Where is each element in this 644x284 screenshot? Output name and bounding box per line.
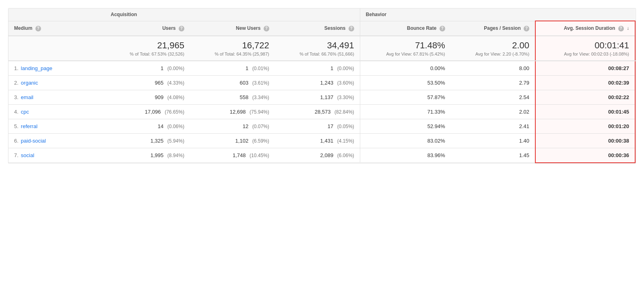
users-cell: 965 (4.33%) <box>105 75 190 90</box>
totals-bounce-rate-cell: 71.48% Avg for View: 67.81% (5.42%) <box>360 36 450 61</box>
pages-session-cell: 1.40 <box>451 133 535 148</box>
new-users-pct: (3.61%) <box>252 80 269 86</box>
bounce-rate-value: 52.94% <box>427 123 445 129</box>
table-row: 6.paid-social1,325 (5.94%)1,102 (6.59%)1… <box>8 133 635 148</box>
sessions-pct: (0.05%) <box>337 124 354 129</box>
medium-link[interactable]: paid-social <box>21 138 46 144</box>
medium-question-icon[interactable]: ? <box>35 26 41 31</box>
users-pct: (4.33%) <box>167 80 184 86</box>
avg-session-value: 00:01:45 <box>608 109 629 115</box>
pages-session-cell: 2.02 <box>451 104 535 119</box>
totals-pages-session-sub: Avg for View: 2.20 (-8.70%) <box>456 52 529 56</box>
medium-link[interactable]: landing_page <box>21 65 52 71</box>
table-row: 7.social1,995 (8.94%)1,748 (10.45%)2,089… <box>8 148 635 163</box>
sessions-cell: 28,573 (82.84%) <box>275 104 360 119</box>
sessions-cell: 1 (0.00%) <box>275 61 360 76</box>
medium-label: Medium <box>14 25 32 31</box>
new-users-value: 1,102 <box>235 138 249 144</box>
table-row: 5.referral14 (0.06%)12 (0.07%)17 (0.05%)… <box>8 119 635 133</box>
sessions-pct: (82.84%) <box>334 109 354 115</box>
medium-link[interactable]: social <box>21 152 34 158</box>
users-value: 1,325 <box>151 138 164 144</box>
users-question-icon[interactable]: ? <box>179 26 184 31</box>
pages-session-value: 1.40 <box>519 138 529 144</box>
users-cell: 909 (4.08%) <box>105 90 190 104</box>
col-header-row: Medium ? Users ? New Users ? Sessions ? … <box>8 21 635 36</box>
bounce-rate-cell: 0.00% <box>360 61 450 76</box>
totals-bounce-rate-main: 71.48% <box>366 40 445 51</box>
medium-cell: 3.email <box>8 90 105 104</box>
table-row: 1.landing_page1 (0.00%)1 (0.01%)1 (0.00%… <box>8 61 635 76</box>
sessions-value: 2,089 <box>320 152 334 158</box>
bounce-rate-question-icon[interactable]: ? <box>440 26 445 31</box>
pages-session-cell: 2.41 <box>451 119 535 133</box>
medium-link[interactable]: cpc <box>21 109 29 115</box>
users-pct: (4.08%) <box>167 95 184 100</box>
bounce-rate-col-header: Bounce Rate ? <box>360 21 450 36</box>
medium-cell: 4.cpc <box>8 104 105 119</box>
avg-session-value: 00:01:20 <box>608 123 629 129</box>
pages-session-col-header: Pages / Session ? <box>451 21 535 36</box>
medium-link[interactable]: organic <box>21 80 38 86</box>
row-number: 2. <box>14 80 19 86</box>
medium-col-header: Medium ? <box>8 21 105 36</box>
medium-link[interactable]: referral <box>21 123 37 129</box>
sessions-pct: (6.06%) <box>337 153 354 158</box>
new-users-value: 12 <box>243 123 248 129</box>
sessions-value: 17 <box>328 123 333 129</box>
new-users-pct: (75.94%) <box>250 109 269 115</box>
medium-link[interactable]: email <box>21 94 33 100</box>
users-pct: (0.06%) <box>167 124 184 129</box>
sessions-label: Sessions <box>324 25 346 31</box>
medium-cell: 5.referral <box>8 119 105 133</box>
totals-users-main: 21,965 <box>111 40 184 51</box>
users-value: 1,995 <box>151 152 164 158</box>
users-value: 1 <box>161 65 163 71</box>
pages-session-value: 8.00 <box>519 65 529 71</box>
totals-avg-session-main: 00:01:41 <box>541 40 629 51</box>
new-users-value: 1,748 <box>233 152 246 158</box>
totals-sessions-sub: % of Total: 66.76% (51,666) <box>281 52 354 56</box>
new-users-value: 1 <box>246 65 248 71</box>
sessions-cell: 1,137 (3.30%) <box>275 90 360 104</box>
row-number: 1. <box>14 65 19 71</box>
pages-session-label: Pages / Session <box>484 25 520 31</box>
bounce-rate-cell: 52.94% <box>360 119 450 133</box>
avg-session-col-header[interactable]: Avg. Session Duration ? ↓ <box>535 21 635 36</box>
bounce-rate-cell: 57.87% <box>360 90 450 104</box>
users-pct: (8.94%) <box>167 153 184 158</box>
sort-arrow-icon: ↓ <box>627 25 629 31</box>
new-users-question-icon[interactable]: ? <box>264 26 269 31</box>
avg-session-cell: 00:02:39 <box>535 75 635 90</box>
avg-session-cell: 00:01:45 <box>535 104 635 119</box>
new-users-label: New Users <box>236 25 260 31</box>
bounce-rate-label: Bounce Rate <box>407 25 436 31</box>
sessions-question-icon[interactable]: ? <box>349 26 354 31</box>
bounce-rate-value: 57.87% <box>427 94 445 100</box>
users-value: 965 <box>155 80 164 86</box>
sessions-value: 1,243 <box>320 80 334 86</box>
table-row: 2.organic965 (4.33%)603 (3.61%)1,243 (3.… <box>8 75 635 90</box>
pages-session-value: 2.41 <box>519 123 529 129</box>
sessions-cell: 2,089 (6.06%) <box>275 148 360 163</box>
row-number: 6. <box>14 138 19 144</box>
avg-session-cell: 00:02:22 <box>535 90 635 104</box>
medium-cell: 6.paid-social <box>8 133 105 148</box>
totals-new-users-cell: 16,722 % of Total: 64.35% (25,987) <box>190 36 275 61</box>
row-number: 3. <box>14 94 19 100</box>
users-value: 17,096 <box>145 109 161 115</box>
bounce-rate-value: 53.50% <box>427 80 445 86</box>
bounce-rate-cell: 53.50% <box>360 75 450 90</box>
pages-session-value: 2.79 <box>519 80 529 86</box>
avg-session-question-icon[interactable]: ? <box>618 26 624 31</box>
medium-cell: 1.landing_page <box>8 61 105 76</box>
avg-session-cell: 00:08:27 <box>535 61 635 76</box>
pages-session-question-icon[interactable]: ? <box>524 26 529 31</box>
new-users-value: 603 <box>239 80 248 86</box>
pages-session-cell: 2.54 <box>451 90 535 104</box>
avg-session-value: 00:08:27 <box>608 65 629 71</box>
totals-pages-session-cell: 2.00 Avg for View: 2.20 (-8.70%) <box>451 36 535 61</box>
users-cell: 17,096 (76.65%) <box>105 104 190 119</box>
new-users-cell: 603 (3.61%) <box>190 75 275 90</box>
bounce-rate-value: 83.02% <box>427 138 445 144</box>
